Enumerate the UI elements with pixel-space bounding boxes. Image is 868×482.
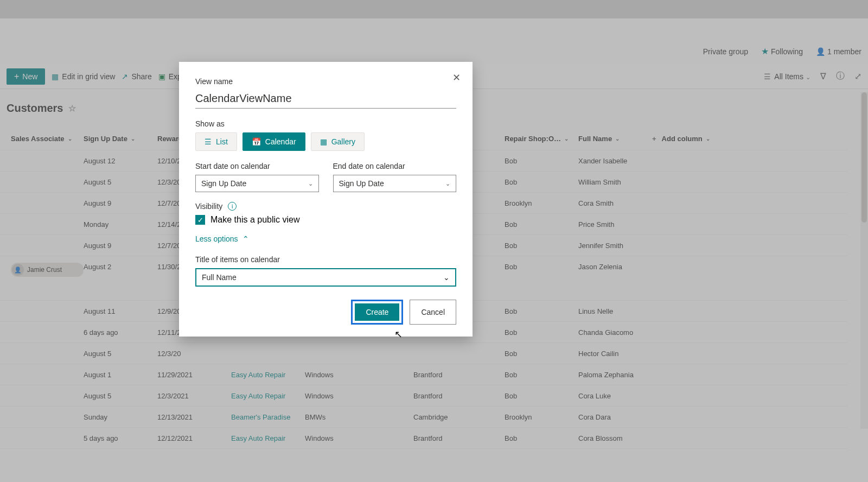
view-name-label: View name bbox=[195, 77, 456, 86]
chevron-down-icon: ⌄ bbox=[443, 273, 450, 282]
create-button[interactable]: Create bbox=[355, 303, 399, 321]
less-options-toggle[interactable]: Less options⌃ bbox=[195, 234, 456, 243]
show-as-list[interactable]: ☰List bbox=[195, 132, 237, 151]
chevron-down-icon: ⌄ bbox=[308, 180, 313, 187]
end-date-value: Sign Up Date bbox=[339, 179, 384, 188]
show-as-calendar[interactable]: 📅Calendar bbox=[242, 132, 305, 151]
chevron-up-icon: ⌃ bbox=[242, 234, 249, 243]
public-view-label: Make this a public view bbox=[210, 215, 300, 225]
view-name-input[interactable] bbox=[195, 90, 456, 109]
close-button[interactable]: ✕ bbox=[452, 72, 461, 84]
dialog-footer: Create Cancel bbox=[195, 300, 456, 325]
title-items-label: Title of items on calendar bbox=[195, 255, 456, 264]
title-items-value: Full Name bbox=[202, 273, 237, 282]
list-icon: ☰ bbox=[205, 137, 212, 146]
create-button-highlight: Create bbox=[351, 300, 403, 325]
end-date-select[interactable]: Sign Up Date⌄ bbox=[333, 175, 457, 192]
less-options-label: Less options bbox=[195, 234, 238, 243]
show-as-gallery-label: Gallery bbox=[331, 137, 355, 146]
public-view-checkbox[interactable]: ✓ bbox=[195, 215, 205, 225]
chevron-down-icon: ⌄ bbox=[445, 180, 450, 187]
show-as-label: Show as bbox=[195, 119, 456, 128]
start-date-label: Start date on calendar bbox=[195, 162, 319, 170]
show-as-group: ☰List 📅Calendar ▦Gallery bbox=[195, 132, 456, 151]
start-date-value: Sign Up Date bbox=[201, 179, 246, 188]
cancel-button[interactable]: Cancel bbox=[410, 300, 456, 325]
show-as-calendar-label: Calendar bbox=[265, 137, 296, 146]
gallery-icon: ▦ bbox=[320, 137, 327, 146]
show-as-gallery[interactable]: ▦Gallery bbox=[311, 132, 365, 151]
start-date-select[interactable]: Sign Up Date⌄ bbox=[195, 175, 319, 192]
calendar-icon: 📅 bbox=[252, 137, 261, 146]
show-as-list-label: List bbox=[216, 137, 228, 146]
info-icon[interactable]: i bbox=[228, 202, 237, 211]
visibility-label: Visibility bbox=[195, 202, 222, 211]
end-date-label: End date on calendar bbox=[333, 162, 457, 170]
create-view-dialog: ✕ View name Show as ☰List 📅Calendar ▦Gal… bbox=[179, 62, 473, 337]
title-items-select[interactable]: Full Name⌄ bbox=[195, 268, 456, 287]
